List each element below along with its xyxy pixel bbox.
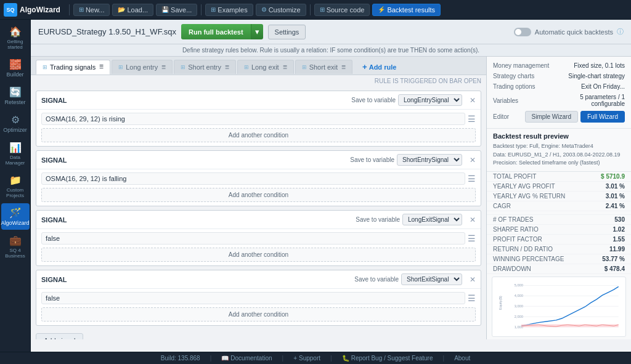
source-code-button[interactable]: ⊞Source code [314, 4, 370, 16]
bottombar-about-button[interactable]: About [454, 355, 470, 362]
add-rule-label: Add rule [369, 63, 397, 71]
trading-options-label: Trading options [493, 83, 535, 90]
add-rule-button[interactable]: + Add rule [356, 59, 402, 75]
short-entry-icon: ⊞ [181, 64, 185, 70]
signal-2-variable-select[interactable]: ShortEntrySignal [397, 154, 462, 166]
money-management-value: Fixed size, 0.1 lots [574, 62, 625, 69]
signal-3-close-button[interactable]: ✕ [470, 216, 476, 224]
sidebar-item-sq4-business[interactable]: 💼 SQ 4 Business [1, 231, 30, 262]
sidebar-item-getting-started[interactable]: 🏠 Getting started [1, 22, 30, 54]
new-button[interactable]: ⊞New... [73, 4, 110, 16]
full-wizard-button[interactable]: Full Wizard [580, 111, 625, 123]
data-manager-icon: 📊 [9, 142, 22, 153]
bottombar-report-button[interactable]: 🐛 Report Bug / Suggest Feature [342, 355, 433, 362]
simple-wizard-button[interactable]: Simple Wizard [525, 111, 578, 123]
logo-icon: SQ [4, 3, 17, 17]
long-exit-icon: ⊞ [244, 64, 249, 70]
signal-1-condition-menu[interactable]: ☰ [468, 114, 476, 124]
equity-chart-svg: 5,000 4,000 3,000 2,000 1,000 Equity($) [496, 281, 622, 333]
add-signal-button[interactable]: Add signal [36, 333, 83, 339]
metric-profit-factor: PROFIT FACTOR 1.55 [487, 235, 631, 245]
toggle-knob [515, 29, 521, 35]
new-icon: ⊞ [79, 6, 84, 13]
tb-sep-1 [69, 4, 70, 15]
tab-short-exit[interactable]: ⊞ Short exit ☰ [295, 60, 352, 74]
tab-trading-signals[interactable]: ⊞ Trading signals ☰ [36, 60, 110, 75]
signal-3-condition[interactable]: false [41, 232, 465, 245]
run-backtest-dropdown-button[interactable]: ▾ [251, 24, 263, 39]
tab-long-entry-menu[interactable]: ☰ [161, 65, 166, 70]
signal-1-variable-select[interactable]: LongEntrySignal [398, 94, 462, 106]
bb-sep-4: | [443, 355, 445, 362]
rule-trigger: RULE IS TRIGGERED ON BAR OPEN [31, 75, 486, 87]
save-button[interactable]: 💾Save... [156, 4, 197, 16]
signal-3-add-condition-label: Add another condition [229, 251, 288, 258]
home-icon: 🏠 [9, 26, 22, 38]
signal-3-condition-menu[interactable]: ☰ [468, 233, 476, 243]
run-full-backtest-button[interactable]: Run full backtest [181, 24, 251, 39]
customize-button[interactable]: ⚙Customize [256, 4, 306, 16]
signal-1-add-condition-button[interactable]: Add another condition [41, 128, 476, 142]
signal-4-condition-row: false ☰ [36, 289, 481, 307]
sidebar-label-custom-projects: Custom Projects [2, 187, 28, 198]
backtest-precision-label: Precision: Selected timeframe only (fast… [493, 159, 625, 168]
tab-short-entry[interactable]: ⊞ Short entry ☰ [174, 60, 236, 74]
backtest-data-label: Data: EURUSD_M1_2 / H1, 2003.08.04-2022.… [493, 151, 625, 160]
bottombar-support-button[interactable]: + Support [293, 355, 320, 362]
bottombar-report-label: Report Bug / Suggest Feature [351, 355, 433, 362]
signal-2-close-button[interactable]: ✕ [470, 156, 476, 164]
metric-yearly-avg-profit-value: 3.01 % [606, 183, 625, 190]
tab-short-entry-menu[interactable]: ☰ [225, 65, 229, 70]
backtest-preview-title: Backtest result preview [493, 132, 625, 140]
signal-1-header: SIGNAL Save to variable LongEntrySignal … [36, 91, 481, 110]
report-icon: 🐛 [342, 355, 349, 362]
examples-button[interactable]: ⊞Examples [205, 4, 253, 16]
sidebar-item-algowizard[interactable]: 🪄 AlgoWizard [1, 203, 30, 230]
signal-1-close-button[interactable]: ✕ [470, 96, 476, 105]
bottombar-docs-button[interactable]: 📖 Documentation [221, 355, 272, 362]
signal-1-condition[interactable]: OSMA(16, 29, 12) is rising [41, 113, 465, 125]
trading-options-value: Exit On Friday... [581, 83, 625, 90]
signal-4-variable-select[interactable]: ShortExitSignal [401, 273, 462, 285]
signal-4-condition-menu[interactable]: ☰ [468, 293, 476, 303]
sidebar-item-optimizer[interactable]: ⚙ Optimizer [1, 110, 30, 137]
metrics-section: TOTAL PROFIT $ 5710.9 YEARLY AVG PROFIT … [487, 172, 631, 274]
signal-2-condition-menu[interactable]: ☰ [468, 174, 476, 184]
metric-yearly-avg-return-label: YEARLY AVG % RETURN [493, 193, 565, 200]
metric-drawdown: DRAWDOWN $ 478.4 [487, 264, 631, 274]
metric-num-trades-label: # OF TRADES [493, 216, 533, 223]
tab-long-entry[interactable]: ⊞ Long entry ☰ [112, 60, 173, 74]
bottombar-support-label: Support [299, 355, 320, 362]
signal-4-condition[interactable]: false [41, 292, 465, 304]
signal-block-2: SIGNAL Save to variable ShortEntrySignal… [36, 150, 481, 206]
sidebar-label-algowizard: AlgoWizard [1, 220, 30, 226]
settings-button[interactable]: Settings [268, 25, 306, 39]
tab-short-exit-menu[interactable]: ☰ [341, 65, 346, 70]
signal-4-add-condition-button[interactable]: Add another condition [41, 307, 476, 322]
tab-long-exit[interactable]: ⊞ Long exit ☰ [237, 60, 294, 74]
metric-sharpe-label: SHARPE RATIO [493, 226, 539, 233]
strategy-charts-label: Strategy charts [493, 73, 534, 79]
source-icon: ⊞ [320, 6, 325, 13]
sidebar-item-builder[interactable]: 🧱 Builder [1, 55, 30, 81]
signal-2-add-condition-button[interactable]: Add another condition [41, 188, 476, 202]
signal-2-save: Save to variable ShortEntrySignal [350, 154, 462, 166]
signal-2-condition[interactable]: OSMA(16, 29, 12) is falling [41, 172, 465, 185]
tab-trading-signals-menu[interactable]: ☰ [99, 64, 104, 70]
backtest-results-button[interactable]: ⚡Backtest results [372, 4, 441, 16]
sidebar-label-optimizer: Optimizer [3, 127, 27, 133]
signal-4-close-button[interactable]: ✕ [470, 275, 476, 284]
signal-3-variable-select[interactable]: LongExitSignal [402, 214, 462, 225]
tab-long-exit-menu[interactable]: ☰ [283, 65, 287, 70]
signal-2-condition-row: OSMA(16, 29, 12) is falling ☰ [36, 169, 481, 188]
auto-quick-toggle[interactable] [514, 28, 531, 36]
signal-3-add-condition-button[interactable]: Add another condition [41, 248, 476, 262]
load-button[interactable]: 📂Load... [112, 4, 153, 16]
tabs-bar: ⊞ Trading signals ☰ ⊞ Long entry ☰ ⊞ Sho… [31, 57, 486, 75]
sidebar-label-getting-started: Getting started [2, 39, 28, 50]
sidebar-item-custom-projects[interactable]: 📁 Custom Projects [1, 171, 30, 202]
sidebar-item-retester[interactable]: 🔄 Retester [1, 83, 30, 109]
backtest-preview-section: Backtest result preview Backtest type: F… [487, 129, 631, 172]
sidebar-item-data-manager[interactable]: 📊 Data Manager [1, 138, 30, 169]
app-logo: SQ AlgoWizard [4, 3, 60, 17]
